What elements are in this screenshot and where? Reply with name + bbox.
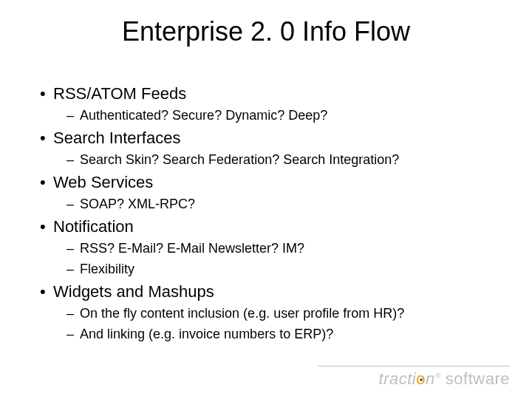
bullet-text: RSS/ATOM Feeds [53,84,186,103]
footer-logo: traction® software [379,369,510,389]
bullet-4-sub-1: RSS? E-Mail? E-Mail Newsletter? IM? [66,239,502,257]
logo-software: software [446,369,510,389]
sub-text: On the fly content inclusion (e.g. user … [80,306,404,321]
bullet-3-sub-1: SOAP? XML-RPC? [66,195,502,213]
bullet-text: Search Interfaces [53,129,180,147]
logo-traction: traction® [379,369,441,389]
bullet-2: Search Interfaces [40,127,502,149]
bullet-5-sub-1: On the fly content inclusion (e.g. user … [66,304,502,322]
sub-text: SOAP? XML-RPC? [80,197,195,211]
logo-part-o: o [416,369,426,388]
sub-text: RSS? E-Mail? E-Mail Newsletter? IM? [80,241,304,256]
bullet-text: Notification [53,217,134,236]
bullet-5: Widgets and Mashups [40,281,502,303]
bullet-1: RSS/ATOM Feeds [40,83,502,105]
logo-registered: ® [436,372,441,380]
bullet-5-sub-2: And linking (e.g. invoice numbers to ERP… [66,325,502,343]
sub-text: Authenticated? Secure? Dynamic? Deep? [80,108,327,123]
bullet-text: Widgets and Mashups [53,282,214,301]
logo-part-right: n [426,369,435,388]
bullet-text: Web Services [53,173,153,191]
bullet-4: Notification [40,216,502,238]
footer-divider [318,366,510,366]
sub-text: Flexibility [80,262,134,276]
slide: Enterprise 2. 0 Info Flow RSS/ATOM Feeds… [0,0,532,399]
slide-title: Enterprise 2. 0 Info Flow [0,16,532,47]
logo-part-left: tracti [379,369,417,388]
bullet-4-sub-2: Flexibility [66,260,502,278]
bullet-1-sub-1: Authenticated? Secure? Dynamic? Deep? [66,106,502,124]
bullet-3: Web Services [40,171,502,194]
sub-text: And linking (e.g. invoice numbers to ERP… [80,327,333,341]
sub-text: Search Skin? Search Federation? Search I… [80,152,399,167]
slide-content: RSS/ATOM Feeds Authenticated? Secure? Dy… [40,81,502,347]
bullet-2-sub-1: Search Skin? Search Federation? Search I… [66,151,502,168]
